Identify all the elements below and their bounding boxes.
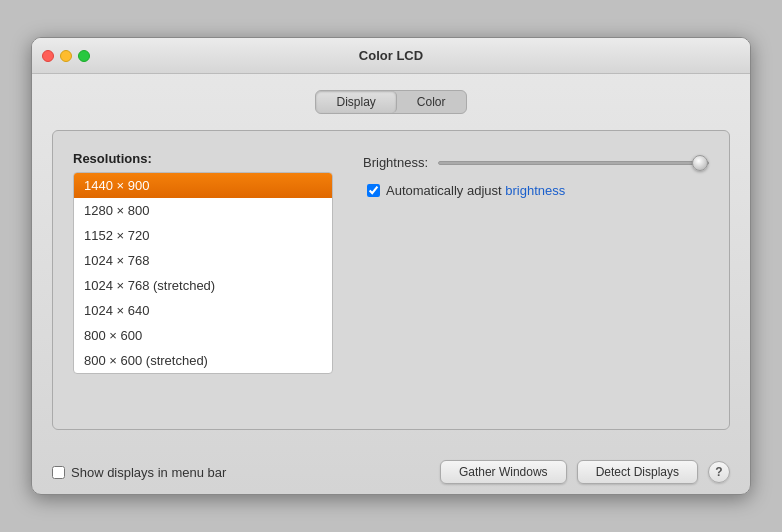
window-title: Color LCD: [359, 48, 423, 63]
list-item[interactable]: 1024 × 640: [74, 298, 332, 323]
tab-display[interactable]: Display: [316, 91, 396, 113]
bottom-buttons: Gather Windows Detect Displays ?: [440, 460, 730, 484]
list-item[interactable]: 1152 × 720: [74, 223, 332, 248]
main-panel: Resolutions: 1440 × 900 1280 × 800 1152 …: [52, 130, 730, 430]
gather-windows-button[interactable]: Gather Windows: [440, 460, 567, 484]
brightness-slider-thumb[interactable]: [692, 155, 708, 171]
auto-brightness-label: Automatically adjust brightness: [386, 182, 565, 200]
list-item[interactable]: 1280 × 800: [74, 198, 332, 223]
brightness-label: Brightness:: [363, 155, 428, 170]
close-button[interactable]: [42, 50, 54, 62]
resolutions-label: Resolutions:: [73, 151, 333, 166]
maximize-button[interactable]: [78, 50, 90, 62]
tab-group: Display Color: [315, 90, 466, 114]
list-item[interactable]: 1024 × 768: [74, 248, 332, 273]
show-menu-bar-checkbox[interactable]: [52, 466, 65, 479]
detect-displays-button[interactable]: Detect Displays: [577, 460, 698, 484]
auto-brightness-text-part1: Automatically adjust: [386, 183, 505, 198]
brightness-slider-track[interactable]: [438, 161, 709, 165]
list-item[interactable]: 1440 × 900: [74, 173, 332, 198]
list-item[interactable]: 800 × 600 (stretched): [74, 348, 332, 373]
brightness-row: Brightness:: [363, 155, 709, 170]
auto-brightness-checkbox[interactable]: [367, 184, 380, 197]
tab-color[interactable]: Color: [397, 91, 466, 113]
left-panel: Resolutions: 1440 × 900 1280 × 800 1152 …: [73, 151, 333, 374]
show-menu-bar-row: Show displays in menu bar: [52, 465, 226, 480]
list-item[interactable]: 1024 × 768 (stretched): [74, 273, 332, 298]
right-panel: Brightness: Automatically adjust brightn…: [363, 151, 709, 374]
titlebar: Color LCD: [32, 38, 750, 74]
auto-brightness-row: Automatically adjust brightness: [363, 182, 709, 200]
bottom-bar: Show displays in menu bar Gather Windows…: [32, 446, 750, 494]
help-button[interactable]: ?: [708, 461, 730, 483]
traffic-lights: [42, 50, 90, 62]
show-menu-bar-label: Show displays in menu bar: [71, 465, 226, 480]
minimize-button[interactable]: [60, 50, 72, 62]
panel-body: Resolutions: 1440 × 900 1280 × 800 1152 …: [73, 151, 709, 374]
window-content: Display Color Resolutions: 1440 × 900 12…: [32, 74, 750, 446]
auto-brightness-text-highlight: brightness: [505, 183, 565, 198]
tab-bar: Display Color: [52, 90, 730, 114]
main-window: Color LCD Display Color Resolutions: 144…: [31, 37, 751, 495]
list-item[interactable]: 800 × 600: [74, 323, 332, 348]
resolutions-list: 1440 × 900 1280 × 800 1152 × 720 1024 × …: [73, 172, 333, 374]
